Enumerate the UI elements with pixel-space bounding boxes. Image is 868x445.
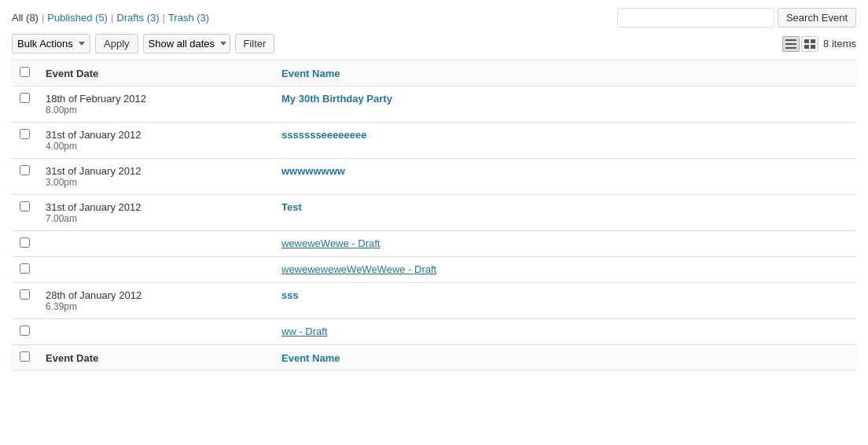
col-date-footer: Event Date (38, 345, 274, 371)
event-date-line1: 31st of January 2012 (46, 201, 266, 213)
select-all-header (12, 61, 38, 86)
event-date-line2: 7.00am (46, 213, 266, 224)
event-name-link[interactable]: ww - Draft (281, 325, 328, 337)
action-bar-right: 8 items (782, 36, 856, 52)
event-name-link[interactable]: Test (281, 201, 302, 213)
event-date-cell (38, 257, 274, 283)
table-row: 31st of January 20123.00pmwwwwwwww (12, 159, 856, 195)
row-checkbox[interactable] (20, 129, 30, 139)
row-checkbox-cell (12, 195, 38, 231)
event-date-cell: 31st of January 20127.00am (38, 195, 274, 231)
svg-rect-5 (804, 45, 809, 49)
event-date-cell (38, 231, 274, 257)
svg-rect-3 (804, 39, 809, 43)
row-checkbox[interactable] (20, 325, 30, 336)
svg-rect-0 (785, 39, 796, 41)
table-row: 31st of January 20127.00amTest (12, 195, 856, 231)
event-name-link[interactable]: weweweweweWeWeWewe - Draft (281, 263, 436, 275)
table-row: 28th of January 20126.39pmsss (12, 283, 856, 319)
event-name-link[interactable]: weweweWewe - Draft (281, 237, 380, 249)
table-row: weweweweweWeWeWewe - Draft (12, 257, 856, 283)
select-all-checkbox-footer[interactable] (20, 351, 30, 362)
table-header-row: Event Date Event Name (12, 61, 856, 86)
table-row: ww - Draft (12, 319, 856, 345)
action-bar: Bulk Actions Apply Show all dates Filter (12, 34, 856, 53)
event-date-cell: 18th of February 20128.00pm (38, 86, 274, 123)
date-filter-select[interactable]: Show all dates (144, 35, 230, 53)
row-checkbox-cell (12, 319, 38, 345)
select-all-checkbox[interactable] (20, 67, 30, 77)
bulk-actions-select[interactable]: Bulk Actions (12, 34, 90, 53)
row-checkbox[interactable] (20, 263, 30, 274)
table-row: 18th of February 20128.00pmMy 30th Birth… (12, 86, 856, 123)
row-checkbox-cell (12, 86, 38, 123)
svg-rect-1 (785, 43, 796, 45)
search-box: Search Event (617, 8, 856, 28)
event-date-cell: 31st of January 20124.00pm (38, 123, 274, 159)
filter-all[interactable]: All (8) (12, 12, 39, 24)
event-date-line2: 6.39pm (46, 301, 266, 312)
event-date-line1: 31st of January 2012 (46, 129, 266, 141)
row-checkbox-cell (12, 231, 38, 257)
event-date-cell: 31st of January 20123.00pm (38, 159, 274, 195)
row-checkbox[interactable] (20, 289, 30, 300)
row-checkbox-cell (12, 123, 38, 159)
event-name-cell: My 30th Birthday Party (274, 86, 856, 123)
event-date-cell: 28th of January 20126.39pm (38, 283, 274, 319)
event-name-cell: sss (274, 283, 856, 319)
svg-rect-4 (811, 39, 815, 43)
filter-links: All (8) | Published (5) | Drafts (3) | T… (12, 12, 209, 24)
select-all-footer (12, 345, 38, 371)
event-date-line1: 31st of January 2012 (46, 165, 266, 177)
search-button[interactable]: Search Event (778, 8, 856, 28)
search-input[interactable] (617, 8, 774, 28)
event-name-cell: weweweWewe - Draft (274, 231, 856, 257)
apply-button[interactable]: Apply (95, 34, 138, 53)
row-checkbox-cell (12, 283, 38, 319)
row-checkbox-cell (12, 257, 38, 283)
sep3: | (163, 12, 165, 24)
view-list-icon[interactable] (782, 36, 800, 52)
row-checkbox-cell (12, 159, 38, 195)
filter-trash[interactable]: Trash (3) (168, 12, 209, 24)
table-row: weweweWewe - Draft (12, 231, 856, 257)
event-name-cell: Test (274, 195, 856, 231)
date-filter-wrap: Show all dates (143, 34, 230, 53)
action-bar-left: Bulk Actions Apply Show all dates Filter (12, 34, 274, 53)
items-count: 8 items (823, 38, 856, 50)
events-table: Event Date Event Name 18th of February 2… (12, 60, 856, 371)
event-name-link[interactable]: My 30th Birthday Party (281, 93, 392, 105)
event-name-link[interactable]: wwwwwwww (281, 165, 345, 177)
view-icons (782, 36, 818, 52)
event-date-cell (38, 319, 274, 345)
event-date-line2: 3.00pm (46, 177, 266, 188)
filter-button[interactable]: Filter (235, 34, 275, 53)
col-name-footer: Event Name (274, 345, 856, 371)
event-name-cell: weweweweweWeWeWewe - Draft (274, 257, 856, 283)
row-checkbox[interactable] (20, 201, 30, 211)
event-name-link[interactable]: sss (281, 289, 299, 301)
event-date-line2: 8.00pm (46, 105, 266, 116)
row-checkbox[interactable] (20, 237, 30, 248)
filter-drafts[interactable]: Drafts (3) (116, 12, 159, 24)
row-checkbox[interactable] (20, 93, 30, 103)
table-footer-row: Event Date Event Name (12, 345, 856, 371)
svg-rect-6 (811, 45, 815, 49)
svg-rect-2 (785, 47, 796, 49)
sep2: | (111, 12, 113, 24)
sep1: | (42, 12, 44, 24)
event-name-link[interactable]: ssssssseeeeeeee (281, 129, 366, 141)
event-date-line2: 4.00pm (46, 141, 266, 152)
event-date-line1: 18th of February 2012 (46, 93, 266, 105)
event-date-line1: 28th of January 2012 (46, 289, 266, 301)
event-name-cell: ww - Draft (274, 319, 856, 345)
row-checkbox[interactable] (20, 165, 30, 175)
filter-published[interactable]: Published (5) (47, 12, 108, 24)
view-grid-icon[interactable] (801, 36, 818, 52)
event-name-cell: wwwwwwww (274, 159, 856, 195)
event-name-cell: ssssssseeeeeeee (274, 123, 856, 159)
col-name-header: Event Name (274, 61, 856, 86)
top-bar: All (8) | Published (5) | Drafts (3) | T… (12, 8, 856, 28)
table-row: 31st of January 20124.00pmssssssseeeeeee… (12, 123, 856, 159)
col-date-header: Event Date (38, 61, 274, 86)
